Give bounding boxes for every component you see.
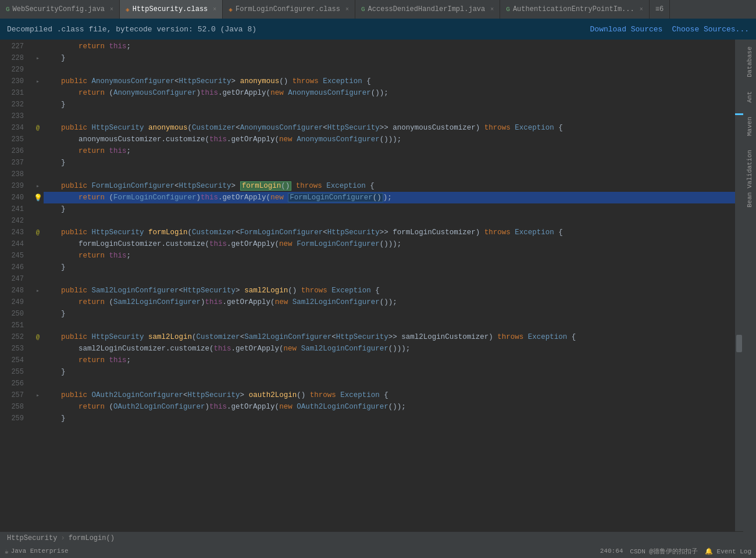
code-line-235: anonymousCustomizer.customize(this.getOr… bbox=[44, 134, 735, 145]
gutter-238 bbox=[32, 169, 44, 180]
java-file-icon: G bbox=[6, 6, 10, 13]
line-num-250: 250 bbox=[2, 308, 27, 320]
tab-websecurity[interactable]: G WebSecurityConfig.java × bbox=[0, 0, 120, 19]
line-num-234: 234 bbox=[2, 122, 27, 134]
database-panel-label[interactable]: Database bbox=[744, 40, 755, 84]
breadcrumb-separator: › bbox=[60, 534, 65, 542]
tab-close-icon[interactable]: × bbox=[345, 6, 349, 13]
java-class-icon: ◈ bbox=[229, 6, 233, 13]
gutter-233 bbox=[32, 110, 44, 122]
line-num-237: 237 bbox=[2, 157, 27, 169]
code-text: return this; bbox=[44, 250, 131, 262]
vertical-scrollbar[interactable] bbox=[735, 40, 743, 531]
gutter-237 bbox=[32, 157, 44, 169]
line-num-233: 233 bbox=[2, 110, 27, 122]
line-num-246: 246 bbox=[2, 262, 27, 273]
code-line-253: saml2LoginCustomizer.customize(this.getO… bbox=[44, 343, 735, 355]
line-num-259: 259 bbox=[2, 413, 27, 424]
gutter-257[interactable]: ▸ bbox=[32, 389, 44, 401]
tab-authentry[interactable]: G AuthenticationEntryPointIm... × bbox=[500, 0, 649, 19]
gutter-251 bbox=[32, 320, 44, 331]
code-line-236: return this; bbox=[44, 145, 735, 157]
gutter-236 bbox=[32, 145, 44, 157]
code-line-228: } bbox=[44, 52, 735, 64]
scroll-thumb[interactable] bbox=[736, 335, 742, 352]
code-line-251 bbox=[44, 320, 735, 331]
ant-panel-label[interactable]: Ant bbox=[744, 84, 755, 110]
tab-bar: G WebSecurityConfig.java × ◈ HttpSecurit… bbox=[0, 0, 756, 19]
gutter-231 bbox=[32, 87, 44, 99]
code-lines[interactable]: return this; } public AnonymousConfigure… bbox=[44, 40, 735, 531]
code-line-233 bbox=[44, 110, 735, 122]
choose-sources-link[interactable]: Choose Sources... bbox=[672, 25, 749, 34]
code-line-248: public Saml2LoginConfigurer<HttpSecurity… bbox=[44, 285, 735, 296]
bulb-icon: 💡 bbox=[34, 194, 42, 202]
code-line-246: } bbox=[44, 262, 735, 273]
bean-validation-panel-label[interactable]: Bean Validation bbox=[744, 143, 755, 214]
tab-close-icon[interactable]: × bbox=[490, 6, 494, 13]
code-line-249: return (Saml2LoginConfigurer)this.getOrA… bbox=[44, 296, 735, 308]
tab-formlogin[interactable]: ◈ FormLoginConfigurer.class × bbox=[223, 0, 355, 19]
gutter-254 bbox=[32, 355, 44, 366]
info-bar: Decompiled .class file, bytecode version… bbox=[0, 19, 756, 40]
tab-httpsecurity[interactable]: ◈ HttpSecurity.class × bbox=[120, 0, 223, 19]
tab-label: AccessDeniedHandlerImpl.java bbox=[368, 5, 486, 13]
tab-accessdenied[interactable]: G AccessDeniedHandlerImpl.java × bbox=[355, 0, 500, 19]
right-panel: Database Ant Maven Bean Validation bbox=[743, 40, 756, 544]
gutter-232 bbox=[32, 99, 44, 110]
line-num-254: 254 bbox=[2, 355, 27, 366]
code-line-241: } bbox=[44, 203, 735, 215]
info-bar-actions: Download Sources Choose Sources... bbox=[590, 25, 749, 34]
code-content: 227 228 229 230 231 232 233 234 235 236 … bbox=[0, 40, 743, 531]
tab-close-icon[interactable]: × bbox=[640, 6, 643, 13]
gutter-230[interactable]: ▸ bbox=[32, 76, 44, 87]
code-line-242 bbox=[44, 215, 735, 227]
line-num-243: 243 bbox=[2, 227, 27, 238]
gutter-250 bbox=[32, 308, 44, 320]
code-line-250: } bbox=[44, 308, 735, 320]
code-text: return (Saml2LoginConfigurer)this.getOrA… bbox=[44, 296, 397, 308]
gutter-241 bbox=[32, 203, 44, 215]
csdn-label: CSDN @德鲁伊的扣扣子 bbox=[630, 547, 698, 556]
code-text: return (AnonymousConfigurer)this.getOrAp… bbox=[44, 87, 388, 99]
gutter-243: @ bbox=[32, 227, 44, 238]
code-line-240: return (FormLoginConfigurer)this.getOrAp… bbox=[44, 192, 735, 203]
tab-label: WebSecurityConfig.java bbox=[13, 5, 105, 13]
gutter-227 bbox=[32, 41, 44, 52]
code-line-229 bbox=[44, 64, 735, 76]
gutter-228[interactable]: ▸ bbox=[32, 52, 44, 64]
gutter-239[interactable]: ▸ bbox=[32, 180, 44, 192]
code-text: anonymousCustomizer.customize(this.getOr… bbox=[44, 134, 401, 145]
event-log-label[interactable]: 🔔 Event Log bbox=[705, 548, 751, 555]
status-right: 240:64 CSDN @德鲁伊的扣扣子 🔔 Event Log bbox=[600, 547, 751, 556]
maven-panel-label[interactable]: Maven bbox=[744, 110, 755, 143]
line-num-242: 242 bbox=[2, 215, 27, 227]
event-log-icon: 🔔 bbox=[705, 548, 713, 555]
line-num-255: 255 bbox=[2, 366, 27, 378]
java-enterprise-indicator: ☕ Java Enterprise bbox=[5, 548, 69, 555]
tab-label: HttpSecurity.class bbox=[133, 5, 208, 13]
line-num-256: 256 bbox=[2, 378, 27, 389]
code-line-255: } bbox=[44, 366, 735, 378]
code-line-256 bbox=[44, 378, 735, 389]
tab-label: AuthenticationEntryPointIm... bbox=[513, 5, 634, 13]
java-enterprise-icon: ☕ bbox=[5, 548, 9, 555]
gutter-245 bbox=[32, 250, 44, 262]
code-text: } bbox=[44, 157, 66, 169]
gutter-246 bbox=[32, 262, 44, 273]
java-class-icon: ◈ bbox=[126, 6, 130, 13]
code-text: public AnonymousConfigurer<HttpSecurity>… bbox=[44, 76, 371, 87]
gutter-248[interactable]: ▸ bbox=[32, 285, 44, 296]
tab-close-icon[interactable]: × bbox=[213, 6, 216, 13]
gutter-229 bbox=[32, 64, 44, 76]
download-sources-link[interactable]: Download Sources bbox=[590, 25, 663, 34]
gutter-240: 💡 bbox=[32, 192, 44, 203]
line-num-239: 239 bbox=[2, 180, 27, 192]
code-line-243: public HttpSecurity formLogin(Customizer… bbox=[44, 227, 735, 238]
gutter-249 bbox=[32, 296, 44, 308]
code-text: public FormLoginConfigurer<HttpSecurity>… bbox=[44, 180, 375, 192]
gutter-259 bbox=[32, 413, 44, 424]
tab-close-icon[interactable]: × bbox=[110, 6, 113, 13]
gutter-247 bbox=[32, 273, 44, 285]
tab-more[interactable]: ≡6 bbox=[650, 0, 670, 19]
